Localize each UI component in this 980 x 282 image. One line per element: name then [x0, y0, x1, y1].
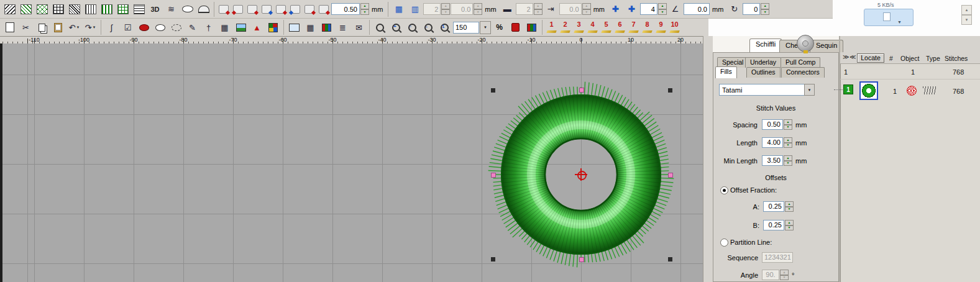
undo-button[interactable]: ↶▼ — [66, 20, 82, 35]
sequin-tool-8-button[interactable] — [317, 2, 331, 16]
spin-down-icon[interactable]: ▼ — [785, 225, 794, 231]
spacing-input[interactable]: 0.50 — [762, 119, 783, 130]
fill-pattern-grid-green-icon[interactable] — [115, 1, 131, 17]
selection-handle-middle-left[interactable] — [491, 173, 496, 178]
expand-panel-icon[interactable]: ≪ — [849, 53, 856, 61]
spin-up-icon[interactable]: ▲ — [441, 3, 450, 9]
group-row-index[interactable]: 1 — [844, 68, 848, 76]
design-canvas[interactable] — [0, 43, 703, 282]
angle-input[interactable]: 90. — [762, 270, 779, 280]
zoom-percent-button[interactable]: % — [492, 20, 507, 35]
layout-grid-b-button[interactable]: ▥ — [407, 1, 423, 17]
spin-up-icon[interactable]: ▲ — [761, 3, 769, 9]
offset-a-spinner[interactable]: ▲▼ — [785, 201, 794, 212]
backdrop-button[interactable] — [233, 20, 249, 35]
spin-up-icon[interactable]: ▲ — [474, 3, 482, 9]
needle-7-button[interactable]: 7 — [627, 20, 640, 35]
sequin-tool-2-button[interactable] — [231, 2, 245, 16]
fill-type-combo[interactable]: Tatami — [719, 84, 805, 96]
column-header-type[interactable]: Type — [926, 55, 940, 62]
needle-1-button[interactable]: 1 — [545, 20, 558, 35]
grid-toggle-button[interactable]: ▦ — [217, 20, 232, 35]
zoom-combo-dropdown-icon[interactable]: ▼ — [480, 21, 491, 34]
repeat-count-spinner[interactable]: ▲▼ — [441, 3, 450, 15]
selection-handle-bottom-left[interactable] — [491, 257, 495, 262]
collapse-panel-icon[interactable]: ≫ — [843, 53, 849, 61]
spin-down-icon[interactable]: ▼ — [785, 207, 794, 212]
simulate-button[interactable] — [286, 20, 302, 35]
offset-y-input[interactable]: 0.0 — [559, 3, 582, 15]
design-colors-button[interactable] — [524, 20, 539, 35]
object-color-badge[interactable]: 1 — [843, 84, 853, 94]
top-right-spinner[interactable]: ▲▼ — [961, 5, 972, 25]
spin-down-icon[interactable]: ▼ — [582, 9, 591, 16]
copies-count-input[interactable]: 4 — [640, 3, 657, 15]
fill-pattern-grid-icon[interactable] — [50, 1, 66, 17]
offset-a-input[interactable]: 0.25 — [763, 201, 784, 212]
grid-settings-button[interactable]: ▦ — [303, 20, 318, 35]
spin-up-icon[interactable]: ▲ — [784, 119, 792, 125]
spin-down-icon[interactable]: ▼ — [474, 9, 482, 16]
outline-ellipse-tool-button[interactable] — [152, 20, 168, 35]
fill-pattern-diagonal-green-icon[interactable] — [18, 1, 34, 17]
color-palette-button[interactable] — [265, 20, 281, 35]
zoom-1to1-button[interactable]: 1 — [437, 20, 452, 35]
offset-b-input[interactable]: 0.25 — [763, 220, 784, 230]
spin-down-icon[interactable]: ▼ — [761, 9, 769, 16]
selection-handle-top-left[interactable] — [491, 88, 495, 93]
column-count-input[interactable]: 2 — [516, 3, 533, 15]
rotate-tool-button[interactable]: ↻ — [726, 1, 742, 17]
object-thumbnail[interactable] — [859, 81, 878, 100]
needle-4-button[interactable]: 4 — [586, 20, 599, 35]
needle-6-button[interactable]: 6 — [613, 20, 626, 35]
spin-down-icon[interactable]: ▼ — [360, 9, 369, 16]
sequence-input[interactable]: 1234321 — [762, 252, 793, 263]
angle-spinner[interactable]: ▲▼ — [780, 270, 789, 280]
min-length-spinner[interactable]: ▲▼ — [784, 155, 792, 166]
layout-grid-a-button[interactable]: ▦ — [391, 1, 406, 17]
tab-connectors[interactable]: Connectors — [781, 67, 825, 78]
locate-button[interactable]: Locate — [857, 53, 884, 63]
selection-handle-top-center[interactable] — [579, 88, 584, 93]
rotate-angle-input[interactable]: 0.0 — [684, 3, 710, 15]
redo-dropdown-icon[interactable]: ▼ — [92, 25, 96, 29]
filled-ellipse-tool-button[interactable] — [136, 20, 152, 35]
spin-down-icon[interactable]: ▼ — [780, 275, 789, 281]
spin-down-icon[interactable]: ▼ — [961, 15, 972, 25]
undo-dropdown-icon[interactable]: ▼ — [76, 25, 80, 29]
sequin-spacing-spinner[interactable]: ▲▼ — [360, 3, 369, 15]
dome-effect-button[interactable] — [196, 1, 211, 17]
sequin-tool-1-button[interactable] — [217, 2, 231, 16]
copy-button[interactable] — [34, 20, 50, 35]
distribute-button[interactable]: ⇥ — [543, 1, 559, 17]
spin-up-icon[interactable]: ▲ — [658, 3, 667, 9]
spin-down-icon[interactable]: ▼ — [658, 9, 667, 16]
column-count-spinner[interactable]: ▲▼ — [534, 3, 543, 15]
network-transfer-widget[interactable] — [864, 9, 914, 26]
spin-down-icon[interactable]: ▼ — [534, 9, 543, 16]
column-header-object[interactable]: Object — [900, 55, 919, 62]
spin-up-icon[interactable]: ▲ — [360, 3, 369, 9]
color-film-button[interactable] — [319, 20, 334, 35]
fill-pattern-vertical-green-icon[interactable] — [99, 1, 114, 17]
stitch-list-button[interactable]: ≣ — [335, 20, 350, 35]
move-copy-tool-button[interactable]: ✚ — [624, 1, 639, 17]
needle-3-button[interactable]: 3 — [572, 20, 585, 35]
redo-button[interactable]: ↷▼ — [83, 20, 98, 35]
selection-handle-bottom-center[interactable] — [579, 257, 584, 262]
spin-up-icon[interactable]: ▲ — [582, 3, 591, 9]
sequin-tool-6-button[interactable] — [288, 2, 302, 16]
wave-effect-button[interactable]: ≋ — [163, 1, 179, 17]
selection-handle-top-right[interactable] — [668, 88, 672, 93]
spin-up-icon[interactable]: ▲ — [534, 3, 543, 9]
send-design-button[interactable]: ✉ — [351, 20, 367, 35]
selection-handle-middle-right[interactable] — [668, 173, 673, 178]
zoom-out-button[interactable]: - — [421, 20, 436, 35]
thread-colors-button[interactable] — [508, 20, 523, 35]
spin-down-icon[interactable]: ▼ — [784, 125, 792, 130]
length-spinner[interactable]: ▲▼ — [784, 137, 792, 148]
tab-schiffli[interactable]: Schiffli — [749, 39, 782, 53]
view-3d-button[interactable]: 3D — [147, 1, 163, 17]
move-tool-button[interactable]: ✚ — [608, 1, 623, 17]
reshape-tool-button[interactable]: ∫ — [104, 20, 119, 35]
